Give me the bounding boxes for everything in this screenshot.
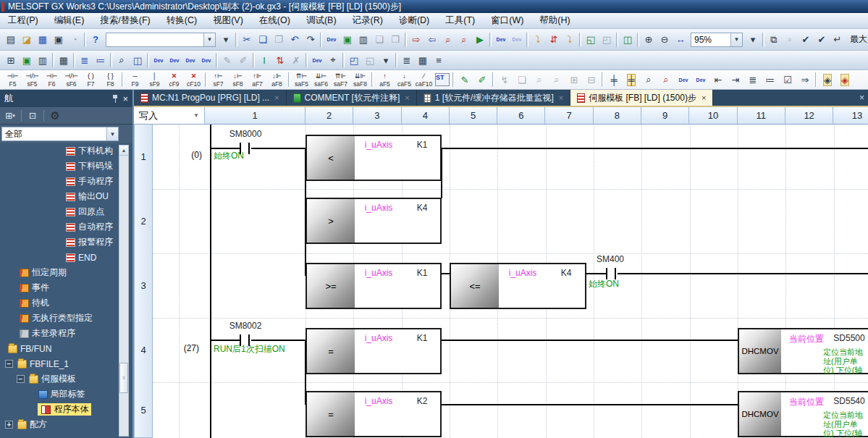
horizontal-line-button[interactable]: ─F9: [125, 71, 145, 89]
align-list-icon[interactable]: ≣: [744, 72, 762, 88]
menu-item[interactable]: 转换(C): [159, 13, 205, 28]
save-icon[interactable]: ▦: [35, 32, 51, 48]
close-icon[interactable]: ×: [559, 93, 563, 102]
document-find2-icon[interactable]: ⌕: [548, 72, 565, 88]
contact-device-label[interactable]: SM8000: [222, 129, 269, 139]
falling-contact-branch-button[interactable]: ⇊⊩saF8: [350, 71, 370, 89]
zoom-out-icon[interactable]: ⊖: [657, 32, 673, 48]
device-find-icon[interactable]: Dev: [675, 72, 692, 88]
menu-item[interactable]: 记录(R): [345, 13, 391, 28]
device-multi-icon[interactable]: Dev: [182, 52, 198, 68]
return-icon[interactable]: ↵: [830, 32, 846, 48]
scroll-up-icon[interactable]: ▲: [119, 146, 128, 156]
tab-device-batch-monitor[interactable]: 1 [软元件/缓冲存储器批量监视] ×: [417, 90, 570, 106]
block-arg1[interactable]: 当前位置: [784, 396, 829, 408]
falling-contact-button[interactable]: ⇊⊢saF6: [311, 71, 331, 89]
nav-tree-item[interactable]: 自动程序: [0, 219, 132, 235]
device-write-icon[interactable]: Dev: [324, 32, 340, 48]
expander-icon[interactable]: +: [5, 421, 13, 429]
hk-tool-icon[interactable]: ▥: [35, 52, 51, 68]
instruction-block[interactable]: DHCMOV 当前位置 SD5500 定位当前地址(用户单位) 下位(轴: [738, 328, 868, 374]
check2-icon[interactable]: ✔: [814, 32, 830, 48]
device-monitor-icon[interactable]: ▣: [340, 32, 355, 48]
block-arg2[interactable]: K1: [403, 333, 442, 343]
contact-device-label[interactable]: SM8002: [222, 321, 269, 331]
menu-item[interactable]: 工程(P): [0, 13, 46, 28]
window-zoom-icon[interactable]: ◰: [346, 52, 362, 68]
rising-pulse-branch-button[interactable]: ↑⊩aF7: [248, 71, 267, 89]
invert-falling-button[interactable]: ↓caF5: [395, 71, 414, 89]
disable-icon[interactable]: ✗: [288, 52, 304, 68]
block-arg1[interactable]: 当前位置: [784, 333, 829, 345]
device-list-icon[interactable]: Dev: [167, 52, 182, 68]
device-display-icon[interactable]: Dev: [309, 52, 325, 68]
st-box-icon[interactable]: ST: [434, 72, 451, 88]
tab-servo-template[interactable]: 伺服模板 [FB] [LD] (1500)步 ×: [570, 90, 713, 106]
tree-view-icon[interactable]: ⊞: [3, 52, 19, 68]
block-arg2[interactable]: K4: [547, 268, 586, 278]
table2-icon[interactable]: ▦: [415, 52, 431, 68]
block-arg1[interactable]: i_uAxis: [355, 203, 403, 213]
tab-comment[interactable]: COMMENT [软元件注释] ×: [287, 90, 417, 106]
device-test2-icon[interactable]: Dev: [509, 32, 525, 48]
scrollbar-thumb[interactable]: ≡: [119, 363, 128, 393]
plc-verify-icon[interactable]: ⌕: [440, 32, 456, 48]
delete-vline-button[interactable]: ✕cF10: [184, 71, 203, 89]
menu-item[interactable]: 窗口(W): [483, 13, 531, 28]
lightning-icon[interactable]: ↯: [496, 72, 513, 88]
document-find-icon[interactable]: ⌕: [531, 72, 548, 88]
device-comment-icon[interactable]: Dev: [151, 52, 167, 68]
new-file-icon[interactable]: ▤: [3, 32, 19, 48]
list2-icon[interactable]: ≣: [399, 52, 415, 68]
instruction-block[interactable]: DHCMOV 当前位置 SD5540 定位当前地址(用户单位) 下位(轴: [738, 391, 868, 437]
rising-contact-branch-button[interactable]: ⇈⊩saF7: [331, 71, 350, 89]
block-arg2[interactable]: K2: [403, 396, 442, 406]
zoom-overflow-icon[interactable]: ▾: [745, 32, 761, 48]
device-copy-icon[interactable]: ❏: [371, 32, 387, 48]
menu-item[interactable]: 编辑(E): [46, 13, 93, 28]
edit-statement-icon[interactable]: ✐: [473, 72, 491, 88]
falling-pulse-button[interactable]: ↓⊢sF8: [228, 71, 248, 89]
open-contact-button[interactable]: ⊣⊢F5: [3, 71, 22, 89]
nav-tree-item[interactable]: 程序本体: [0, 402, 132, 417]
device-batch-icon[interactable]: Dev: [198, 52, 214, 68]
block-arg1[interactable]: i_uAxis: [355, 396, 403, 406]
device-copy2-icon[interactable]: ❐: [387, 32, 403, 48]
monitor-window-icon[interactable]: ▣: [19, 52, 35, 68]
nav-tree-item[interactable]: END: [0, 250, 132, 265]
find-contact-icon[interactable]: ⌕: [640, 72, 657, 88]
coil-button[interactable]: ( )F7: [81, 71, 101, 89]
compare-block[interactable]: < i_uAxis K1: [306, 135, 442, 181]
device-search-icon[interactable]: ⌖: [325, 52, 341, 68]
copy-icon[interactable]: ❏: [255, 32, 271, 48]
close-icon[interactable]: ×: [859, 93, 864, 103]
nav-tree-item[interactable]: + 配方: [0, 417, 132, 432]
indent-left-icon[interactable]: ⇤: [709, 72, 727, 88]
nav-tree-item[interactable]: 待机: [0, 295, 132, 311]
compare-block[interactable]: = i_uAxis K2: [306, 391, 442, 437]
plc-verify2-icon[interactable]: ⌕: [456, 32, 472, 48]
close-icon[interactable]: ×: [701, 93, 706, 102]
close-icon[interactable]: ×: [274, 93, 279, 102]
bookmark-red-icon[interactable]: ◈: [836, 72, 854, 88]
nav-tree-item[interactable]: 输出OU: [0, 189, 132, 204]
layout-icon[interactable]: ⊡: [25, 109, 40, 122]
check-icon[interactable]: ✔: [798, 32, 814, 48]
align-list2-icon[interactable]: ≔: [762, 72, 779, 88]
tree-options-icon[interactable]: ⊞▾: [3, 109, 17, 122]
device-test-icon[interactable]: Dev: [493, 32, 509, 48]
fit-width-icon[interactable]: ↔: [673, 32, 688, 48]
block-arg2[interactable]: SD5540: [830, 396, 868, 406]
expander-icon[interactable]: −: [5, 360, 13, 368]
program-edit2-icon[interactable]: ✐: [235, 52, 251, 68]
window-monitor2-icon[interactable]: ◰: [599, 32, 615, 48]
menu-item[interactable]: 在线(O): [251, 13, 298, 28]
indent-right-icon[interactable]: ⇥: [727, 72, 744, 88]
paste-pou3-icon[interactable]: ⤵: [562, 32, 578, 48]
monitor-start-icon[interactable]: ▶: [472, 32, 488, 48]
block-arg1[interactable]: i_uAxis: [499, 268, 547, 278]
nav-tree-item[interactable]: 下料码垛: [0, 159, 132, 174]
nav-tree-item[interactable]: 下料机构: [0, 143, 132, 159]
block-arg2[interactable]: K4: [403, 203, 442, 213]
pin-icon[interactable]: [112, 94, 118, 103]
